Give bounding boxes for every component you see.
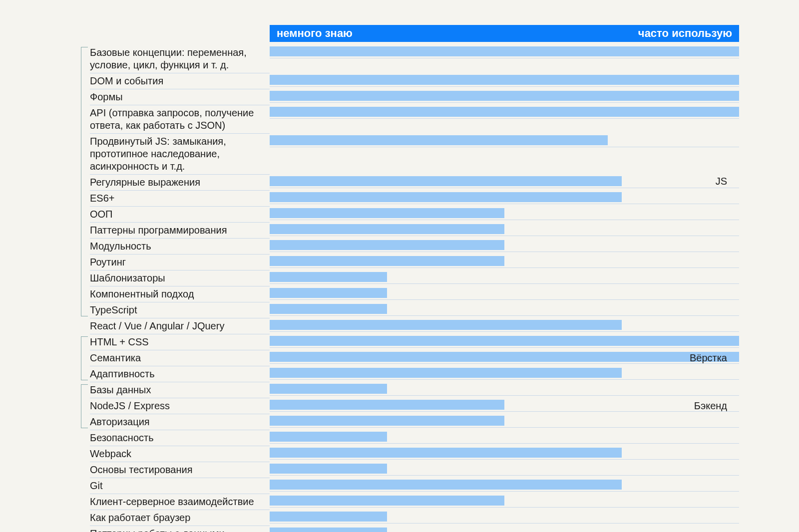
bar-fill [270,464,387,474]
chart-row: Базы данных [50,382,739,398]
chart-row: Базовые концепции: переменная, условие, … [50,45,739,73]
row-label: Роутинг [90,255,270,270]
bar-track [270,191,739,204]
row-label: Git [90,478,270,494]
category-label: Бэкенд [694,400,727,412]
row-label: Базовые концепции: переменная, условие, … [90,45,270,73]
row-label: Регулярные выражения [90,175,270,191]
bar-fill [270,416,504,426]
row-label: Как работает браузер [90,510,270,526]
row-label: API (отправка запросов, получение ответа… [90,105,270,134]
bar-fill [270,288,387,298]
chart-row: API (отправка запросов, получение ответа… [50,105,739,134]
chart-row: TypeScript [50,302,739,318]
chart-header: немного знаю часто использую [50,25,739,42]
row-label: Компонентный подход [90,286,270,302]
chart-row: Продвинутый JS: замыкания, прототипное н… [50,134,739,175]
chart-row: Формы [50,89,739,105]
bar-track [270,105,739,119]
bar-track [270,350,739,364]
bar-fill [270,448,622,458]
chart-row: React / Vue / Angular / JQuery [50,318,739,334]
bar-track [270,414,739,428]
bar-fill [270,432,387,442]
bar-track [270,134,739,147]
bar-fill [270,91,739,101]
chart-row: Авторизация [50,414,739,430]
chart-row: HTML + CSS [50,334,739,350]
scale-right-label: часто использую [638,27,732,40]
chart-row: ООП [50,207,739,223]
bar-track [270,478,739,492]
row-label: Адаптивность [90,366,270,382]
bar-fill [270,75,739,85]
row-label: Основы тестирования [90,462,270,478]
bar-fill [270,304,387,314]
chart-row: Семантика [50,350,739,366]
bar-track [270,207,739,220]
row-label: Паттерны программирования [90,223,270,239]
category-bracket [81,47,88,316]
bar-track [270,382,739,396]
bar-fill [270,135,608,145]
bar-track [270,366,739,380]
bar-track [270,510,739,524]
row-label: DOM и события [90,73,270,89]
chart-row: Адаптивность [50,366,739,382]
scale-left-label: немного знаю [277,27,353,40]
bar-fill [270,107,739,117]
chart-row: Роутинг [50,255,739,270]
chart-row: ES6+ [50,191,739,207]
bar-track [270,255,739,268]
row-label: Авторизация [90,414,270,430]
row-label: Базы данных [90,382,270,398]
bar-fill [270,240,504,250]
bar-fill [270,208,504,218]
chart-row: Шаблонизаторы [50,270,739,286]
bar-fill [270,528,387,532]
row-label: Безопасность [90,430,270,446]
row-label: ES6+ [90,191,270,207]
row-label: React / Vue / Angular / JQuery [90,318,270,334]
bar-track [270,318,739,332]
bar-fill [270,512,387,522]
category-bracket [81,384,88,428]
row-label: Продвинутый JS: замыкания, прототипное н… [90,134,270,175]
chart-row: NodeJS / Express [50,398,739,414]
chart-row: Как работает браузер [50,510,739,526]
row-label: NodeJS / Express [90,398,270,414]
row-label: Клиент-серверное взаимодействие [90,494,270,510]
row-label: ООП [90,207,270,223]
category-label: Вёрстка [690,352,727,364]
row-label: Модульность [90,239,270,255]
bar-fill [270,224,504,234]
bar-fill [270,192,622,202]
row-label: Webpack [90,446,270,462]
bar-fill [270,336,739,346]
chart-row: Клиент-серверное взаимодействие [50,494,739,510]
skill-chart: немного знаю часто использую Базовые кон… [50,25,739,532]
chart-row: Git [50,478,739,494]
bar-track [270,270,739,284]
bar-track [270,239,739,252]
bar-track [270,286,739,300]
bar-fill [270,256,504,266]
scale-bar: немного знаю часто использую [270,25,739,42]
bar-fill [270,272,387,282]
chart-row: Паттерны программирования [50,223,739,239]
chart-row: Безопасность [50,430,739,446]
chart-row: Модульность [50,239,739,255]
bar-fill [270,320,622,330]
bar-track [270,73,739,87]
bar-track [270,223,739,236]
bar-fill [270,496,504,506]
chart-row: Webpack [50,446,739,462]
row-label: Шаблонизаторы [90,270,270,286]
bar-track [270,430,739,444]
chart-rows: Базовые концепции: переменная, условие, … [50,45,739,532]
bar-fill [270,368,622,378]
bar-track [270,334,739,348]
bar-fill [270,176,622,186]
bar-track [270,89,739,103]
bar-fill [270,480,622,490]
